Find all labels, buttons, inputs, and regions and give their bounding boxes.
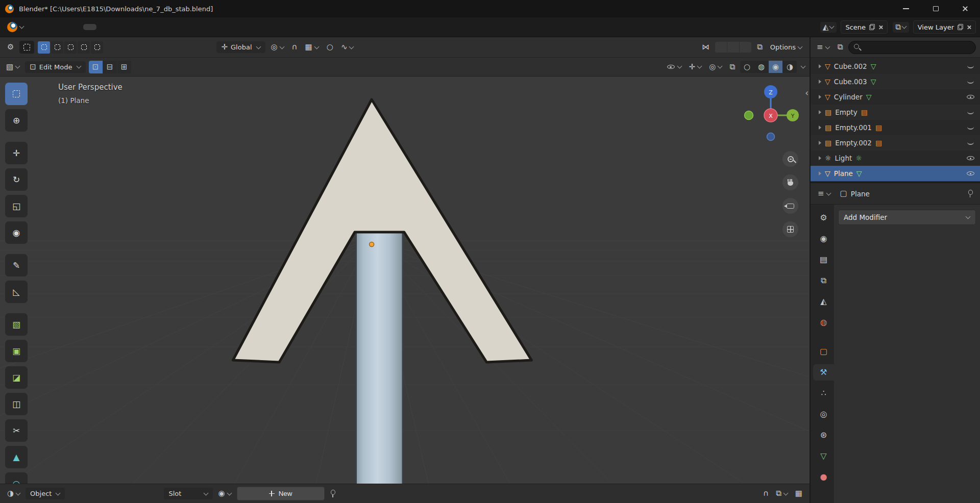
grid-display-toggle[interactable]: ▦ — [793, 488, 804, 499]
visibility-eye-icon[interactable] — [966, 139, 975, 147]
snap-toggle[interactable]: ∩ — [290, 42, 300, 53]
select-mode-subtract[interactable] — [64, 41, 77, 54]
gizmos-dropdown[interactable]: ✛ — [687, 62, 704, 72]
knife-tool[interactable]: ✂ — [5, 419, 28, 442]
shader-editor-type-dropdown[interactable]: ◑ — [5, 488, 22, 499]
visibility-eye-icon[interactable] — [966, 78, 975, 86]
viewport-menu-item[interactable] — [143, 65, 153, 69]
menu-item[interactable] — [55, 24, 65, 30]
object-data-tab[interactable]: ▽ — [813, 448, 834, 464]
transform-orientation-dropdown[interactable]: ✛ Global — [216, 41, 265, 53]
shader-menu-item[interactable] — [95, 492, 105, 496]
scale-tool[interactable]: ◱ — [5, 195, 28, 217]
transform-tool[interactable]: ◉ — [5, 221, 28, 244]
visibility-eye-icon[interactable] — [966, 62, 975, 70]
options-dropdown[interactable]: Options — [768, 42, 804, 53]
menu-item[interactable] — [34, 24, 44, 30]
browse-material-dropdown[interactable]: ◉ — [216, 488, 233, 499]
select-mode-extend[interactable] — [51, 41, 63, 54]
slot-dropdown[interactable]: Slot — [164, 488, 213, 499]
viewport-menu-item[interactable] — [153, 65, 162, 69]
outliner-search-box[interactable] — [848, 41, 976, 54]
visibility-eye-icon[interactable] — [966, 93, 975, 101]
add-modifier-button[interactable]: Add Modifier — [838, 210, 976, 225]
pin-material-button[interactable] — [328, 488, 338, 499]
shader-menu-item[interactable] — [86, 492, 95, 496]
axis-z-negative-ball[interactable] — [767, 133, 775, 141]
viewport-menu-item[interactable] — [199, 65, 208, 69]
material-tab[interactable]: ● — [813, 469, 834, 485]
modifiers-tab[interactable]: ⚒ — [813, 364, 834, 381]
mode-dropdown[interactable]: ⊡ Edit Mode — [25, 61, 85, 73]
visibility-dropdown[interactable] — [665, 61, 684, 72]
wireframe-shading-button[interactable]: ○ — [740, 61, 754, 73]
unlink-scene-icon[interactable] — [878, 25, 883, 30]
view-layer-name-field[interactable]: View Layer — [913, 20, 976, 34]
disclosure-triangle-icon[interactable] — [819, 141, 821, 145]
scene-tab[interactable]: ◭ — [813, 293, 834, 310]
viewport-menu-item[interactable] — [162, 65, 171, 69]
physics-tab[interactable]: ◎ — [813, 406, 834, 422]
overlays-dropdown[interactable]: ◎ — [707, 62, 724, 72]
disclosure-triangle-icon[interactable] — [819, 95, 821, 99]
particles-tab[interactable]: ∴ — [813, 385, 834, 401]
cursor-tool[interactable]: ⊕ — [5, 109, 28, 132]
cylinder-object[interactable] — [351, 228, 408, 484]
workspace-tab[interactable] — [155, 24, 168, 30]
inset-faces-tool[interactable]: ▣ — [5, 340, 28, 362]
solid-shading-button[interactable]: ◍ — [754, 61, 768, 73]
select-mode-new[interactable] — [38, 41, 50, 54]
world-tab[interactable]: ◍ — [813, 314, 834, 331]
render-tab[interactable]: ◉ — [813, 231, 834, 247]
outliner-display-mode-icon[interactable]: ⧉ — [836, 42, 845, 53]
extrude-region-tool[interactable]: ▧ — [5, 313, 28, 336]
axis-toggle-button[interactable] — [727, 42, 739, 53]
axis-toggle-button[interactable] — [715, 42, 727, 53]
bevel-tool[interactable]: ◪ — [5, 366, 28, 389]
rendered-shading-button[interactable]: ◑ — [783, 61, 797, 73]
outliner-editor-type-dropdown[interactable]: ≡ — [815, 42, 832, 53]
perspective-toggle-button[interactable] — [782, 221, 798, 237]
move-tool[interactable]: ✛ — [5, 142, 28, 164]
remove-view-layer-icon[interactable] — [967, 25, 971, 30]
outliner-row[interactable]: ▽ Cube.003 ▽ — [811, 74, 980, 89]
disclosure-triangle-icon[interactable] — [819, 125, 821, 130]
shading-options-chevron-icon[interactable] — [801, 64, 806, 69]
disclosure-triangle-icon[interactable] — [819, 171, 821, 175]
viewport-menu-item[interactable] — [189, 65, 199, 69]
snap-settings-dropdown[interactable]: ▦ — [303, 42, 321, 53]
workspace-tab[interactable] — [198, 24, 211, 30]
workspace-tab[interactable] — [140, 24, 154, 30]
outliner-row[interactable]: ▽ Cube.002 ▽ — [811, 59, 980, 74]
outliner-row[interactable]: ▽ Plane ▽ — [811, 166, 980, 181]
edge-select-button[interactable]: ⊟ — [103, 61, 117, 73]
material-preview-button[interactable]: ◉ — [769, 61, 782, 73]
viewport-menu-item[interactable] — [134, 65, 143, 69]
visibility-eye-icon[interactable] — [966, 108, 975, 116]
new-scene-icon[interactable] — [869, 24, 875, 30]
xray-toggle[interactable]: ⧉ — [727, 62, 737, 72]
shader-menu-item[interactable] — [68, 492, 77, 496]
outliner-row[interactable]: ▤ Empty.001 ▤ — [811, 120, 980, 135]
outliner-search-input[interactable] — [864, 43, 970, 51]
workspace-tab[interactable] — [183, 24, 197, 30]
browse-scene-button[interactable]: ◭ — [820, 22, 837, 33]
viewport-menu-item[interactable] — [180, 65, 189, 69]
workspace-tab[interactable] — [112, 24, 125, 30]
select-mode-intersect[interactable] — [91, 41, 103, 54]
tool-tab[interactable]: ⚙ — [813, 210, 834, 226]
zoom-button[interactable] — [782, 151, 798, 167]
close-button[interactable] — [950, 0, 980, 17]
disclosure-triangle-icon[interactable] — [819, 80, 821, 84]
shader-type-dropdown[interactable]: Object — [26, 488, 65, 499]
proportional-editing-toggle[interactable]: ○ — [325, 42, 335, 53]
measure-tool[interactable]: ◺ — [5, 281, 28, 303]
proportional-falloff-dropdown[interactable]: ∿ — [339, 42, 356, 53]
editor-type-dropdown[interactable]: ▧ — [4, 62, 22, 72]
disclosure-triangle-icon[interactable] — [819, 156, 821, 160]
scene-name-field[interactable]: Scene — [841, 20, 888, 34]
annotate-tool[interactable]: ✎ — [5, 254, 28, 276]
constraints-tab[interactable]: ⊛ — [813, 427, 834, 443]
sidebar-toggle-icon[interactable]: ‹ — [805, 88, 808, 98]
axis-toggle-button[interactable] — [740, 42, 751, 53]
